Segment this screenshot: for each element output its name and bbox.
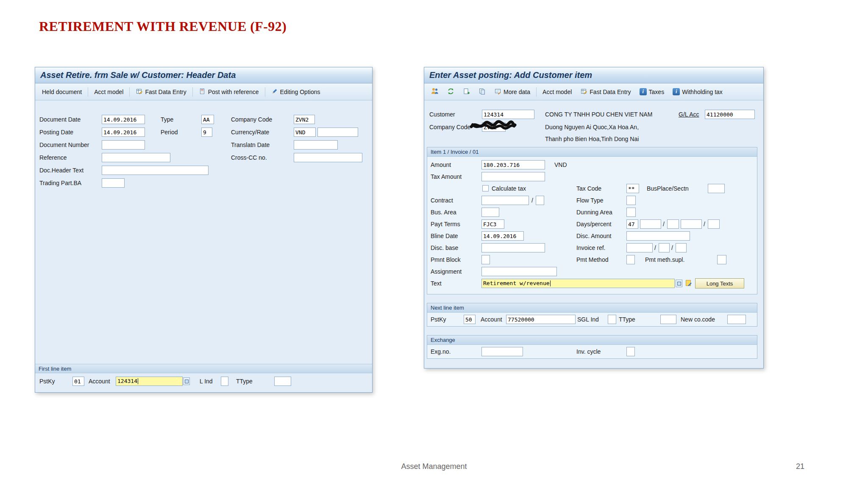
info-icon: i — [673, 88, 680, 95]
editing-options-button[interactable]: Editing Options — [269, 86, 323, 97]
busplace-sectn-input[interactable] — [708, 184, 725, 193]
slide: RETIREMENT WITH REVENUE (F-92) Asset Ret… — [0, 0, 868, 488]
pmt-method-input[interactable] — [626, 255, 635, 264]
percent2-input[interactable] — [681, 219, 702, 229]
bline-date-input[interactable] — [481, 231, 524, 241]
invoice-ref-year-input[interactable] — [659, 243, 670, 252]
bus-area-input[interactable] — [481, 208, 499, 217]
trading-part-ba-input[interactable] — [102, 178, 125, 188]
l-ind-label: L Ind — [200, 377, 213, 386]
text-value: Retirement w/revenue — [483, 280, 550, 287]
inv-cycle-input[interactable] — [626, 347, 635, 356]
type-label: Type — [161, 115, 173, 124]
new-document-icon — [463, 88, 470, 96]
text-matchcode-icon[interactable] — [676, 280, 682, 287]
dunning-area-label: Dunning Area — [576, 208, 612, 217]
contract-input[interactable] — [481, 196, 529, 205]
refresh-icon — [447, 88, 454, 96]
pmt-meth-supl-input[interactable] — [717, 255, 726, 264]
days3-input[interactable] — [708, 219, 720, 229]
slash-text: / — [654, 243, 656, 252]
account-input[interactable] — [506, 315, 576, 324]
pstky-label: PstKy — [39, 377, 55, 386]
payt-terms-input[interactable] — [481, 219, 504, 229]
pstky-input[interactable] — [72, 377, 84, 386]
pmt-meth-supl-label: Pmt meth.supl. — [645, 255, 684, 264]
reset-button[interactable] — [445, 86, 457, 97]
fast-data-entry-icon — [136, 88, 143, 96]
reference-input[interactable] — [102, 153, 170, 162]
sgl-ind-input[interactable] — [608, 315, 616, 324]
assignment-label: Assignment — [431, 267, 462, 276]
create-item-button[interactable] — [460, 86, 473, 97]
exchange-header: Exchange — [427, 336, 757, 345]
ttype-input[interactable] — [660, 315, 676, 324]
document-number-input[interactable] — [102, 140, 145, 150]
pstky-input[interactable] — [464, 315, 476, 324]
posting-date-input[interactable] — [102, 128, 145, 137]
text-label: Text — [431, 279, 442, 288]
acct-model-button[interactable]: Acct model — [540, 87, 574, 97]
acct-model-button[interactable]: Acct model — [92, 87, 126, 97]
post-with-reference-button[interactable]: Post with reference — [196, 86, 262, 97]
left-window-titlebar: Asset Retire. frm Sale w/ Customer: Head… — [35, 67, 372, 83]
dunning-area-input[interactable] — [626, 208, 636, 217]
days2-input[interactable] — [667, 219, 679, 229]
l-ind-input[interactable] — [221, 377, 228, 386]
new-co-code-input[interactable] — [727, 315, 746, 324]
fast-data-entry-button[interactable]: Fast Data Entry — [578, 86, 633, 97]
rate-input[interactable] — [317, 128, 358, 137]
text-input[interactable]: Retirement w/revenue — [481, 279, 675, 288]
payt-terms-label: Payt Terms — [431, 219, 460, 229]
days-percent-label: Days/percent — [576, 219, 611, 229]
type-input[interactable] — [201, 115, 214, 124]
account-matchcode-icon[interactable] — [183, 377, 190, 385]
company-code-input[interactable] — [294, 115, 315, 124]
contract-type-input[interactable] — [536, 196, 544, 205]
trading-part-ba-label: Trading Part.BA — [39, 178, 81, 188]
days1-input[interactable] — [626, 219, 638, 229]
invoice-ref-item-input[interactable] — [676, 243, 687, 252]
invoice-ref-input[interactable] — [626, 243, 653, 252]
disc-amount-input[interactable] — [626, 231, 690, 241]
ttype-input[interactable] — [274, 377, 291, 386]
customer-input[interactable] — [482, 110, 534, 119]
right-window-titlebar: Enter Asset posting: Add Customer item — [424, 67, 763, 83]
exg-no-input[interactable] — [481, 347, 523, 356]
period-input[interactable] — [201, 128, 212, 137]
currency-text: VND — [554, 160, 567, 169]
doc-header-text-input[interactable] — [102, 166, 209, 175]
tax-amount-input[interactable] — [481, 172, 545, 181]
more-data-button[interactable]: More data — [492, 86, 533, 97]
long-texts-button[interactable]: Long Texts — [695, 278, 744, 288]
pmt-method-label: Pmt Method — [576, 255, 608, 264]
pmnt-block-input[interactable] — [481, 255, 490, 264]
bus-area-label: Bus. Area — [431, 208, 456, 217]
contract-label: Contract — [431, 196, 453, 205]
account-label: Account — [89, 377, 110, 386]
ttype-label: TType — [236, 377, 253, 386]
company-code-input[interactable] — [482, 122, 506, 132]
cross-cc-no-input[interactable] — [294, 153, 362, 162]
document-date-input[interactable] — [102, 115, 145, 124]
gl-acc-input[interactable] — [705, 110, 755, 119]
account-input[interactable]: 124314 — [116, 377, 183, 386]
percent1-input[interactable] — [640, 219, 661, 229]
copy-item-button[interactable] — [476, 86, 488, 97]
calculate-tax-checkbox[interactable] — [482, 185, 489, 191]
disc-base-label: Disc. base — [431, 243, 458, 252]
assignment-input[interactable] — [481, 267, 557, 276]
next-line-item-header: Next line item — [427, 303, 757, 313]
disc-base-input[interactable] — [481, 243, 545, 252]
withholding-tax-button[interactable]: i Withholding tax — [670, 87, 725, 97]
held-document-button[interactable]: Held document — [39, 87, 84, 97]
tax-code-input[interactable] — [626, 184, 639, 193]
translatn-date-input[interactable] — [294, 140, 338, 150]
flow-type-input[interactable] — [626, 196, 636, 205]
document-number-label: Document Number — [39, 140, 89, 150]
taxes-button[interactable]: i Taxes — [637, 87, 667, 97]
fast-data-entry-button[interactable]: Fast Data Entry — [133, 86, 189, 97]
partners-button[interactable] — [428, 86, 441, 97]
amount-input[interactable] — [481, 160, 545, 169]
currency-input[interactable] — [294, 128, 316, 137]
